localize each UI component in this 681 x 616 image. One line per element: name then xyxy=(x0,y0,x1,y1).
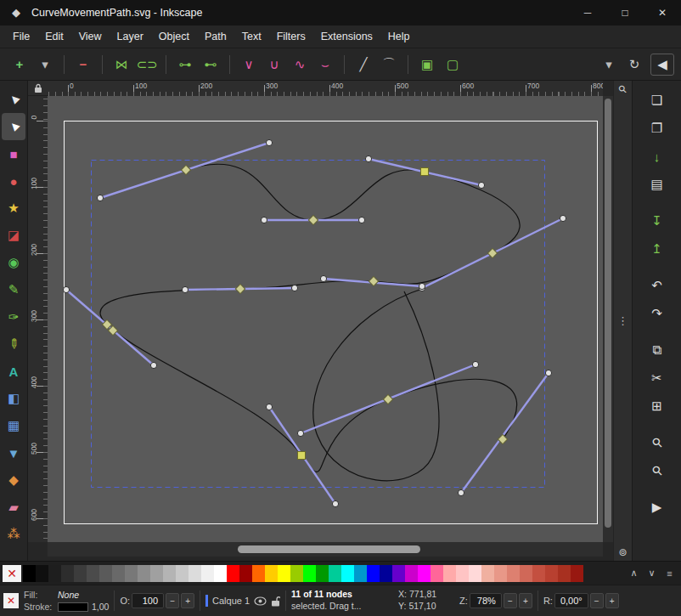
node-tool[interactable]: ► xyxy=(2,113,25,140)
undo-icon[interactable]: ↶ xyxy=(644,274,670,297)
handle-endpoint[interactable] xyxy=(365,155,371,161)
palette-swatch[interactable] xyxy=(405,565,418,582)
palette-swatch[interactable] xyxy=(252,565,265,582)
insert-node-menu-icon[interactable]: ▾ xyxy=(32,53,58,76)
handle-endpoint[interactable] xyxy=(419,283,425,289)
node-symmetric-icon[interactable]: ∿ xyxy=(287,53,312,76)
layer-indicator[interactable]: Calque 1 xyxy=(205,595,280,607)
ruler-corner[interactable] xyxy=(28,81,48,96)
handle-endpoint[interactable] xyxy=(297,430,303,436)
collapse-toolbar-icon[interactable]: ◀ xyxy=(650,54,674,76)
palette-swatch[interactable] xyxy=(507,565,520,582)
spiral-tool[interactable]: ◉ xyxy=(2,249,25,276)
menu-file[interactable]: File xyxy=(5,27,37,46)
save-document-icon[interactable]: ↓ xyxy=(644,145,670,167)
handle-endpoint[interactable] xyxy=(332,500,338,506)
palette-swatch[interactable] xyxy=(558,565,571,582)
handle-endpoint[interactable] xyxy=(63,286,69,292)
palette-swatch[interactable] xyxy=(227,565,239,582)
handle-endpoint[interactable] xyxy=(97,195,103,201)
palette-swatch[interactable] xyxy=(456,565,469,582)
palette-swatch[interactable] xyxy=(494,565,507,582)
vertical-scrollbar[interactable] xyxy=(603,96,613,542)
palette-swatch[interactable] xyxy=(74,565,87,582)
canvas[interactable] xyxy=(48,96,603,542)
open-dialogs-icon[interactable]: ▶ xyxy=(644,496,670,518)
text-tool[interactable]: A xyxy=(2,358,25,385)
stroke-to-path-icon[interactable]: ▢ xyxy=(440,53,465,76)
export-image-icon[interactable]: ↥ xyxy=(644,238,670,260)
maximize-button[interactable]: □ xyxy=(606,0,644,25)
break-nodes-icon[interactable]: ⊂⊃ xyxy=(134,53,160,76)
palette-swatch[interactable] xyxy=(278,565,290,582)
palette-swatch[interactable] xyxy=(481,565,494,582)
object-to-path-icon[interactable]: ▣ xyxy=(414,53,440,76)
handle-endpoint[interactable] xyxy=(150,362,156,368)
menu-filters[interactable]: Filters xyxy=(269,27,313,46)
horizontal-scrollbar-thumb[interactable] xyxy=(238,545,420,553)
panel-grip-icon[interactable]: ⋮ xyxy=(617,314,628,327)
palette-swatch[interactable] xyxy=(431,565,443,582)
delete-node-icon[interactable]: − xyxy=(70,53,96,76)
palette-swatch[interactable] xyxy=(112,565,125,582)
palette-swatch[interactable] xyxy=(99,565,112,582)
palette-swatch[interactable] xyxy=(163,565,176,582)
opacity-input[interactable]: 100 xyxy=(132,593,164,608)
dropper-tool[interactable]: ▼ xyxy=(2,439,25,466)
handle-endpoint[interactable] xyxy=(358,217,364,223)
palette-swatch[interactable] xyxy=(532,565,545,582)
palette-swatch[interactable] xyxy=(316,565,329,582)
palette-swatch[interactable] xyxy=(189,565,201,582)
menu-help[interactable]: Help xyxy=(380,27,418,46)
horizontal-ruler[interactable]: 0100200300400500600700800 xyxy=(48,81,603,96)
handle-endpoint[interactable] xyxy=(266,139,272,145)
palette-swatch[interactable] xyxy=(443,565,456,582)
handle-endpoint[interactable] xyxy=(545,370,551,376)
menu-path[interactable]: Path xyxy=(197,27,234,46)
paste-icon[interactable]: ⊞ xyxy=(644,395,670,417)
selector-tool[interactable]: ► xyxy=(2,86,25,113)
eraser-tool[interactable]: ▰ xyxy=(2,494,25,521)
palette-swatch[interactable] xyxy=(176,565,189,582)
palette-swatch[interactable] xyxy=(239,565,252,582)
zoom-corner-icon[interactable]: ⚲ xyxy=(614,81,631,98)
pencil-tool[interactable]: ✎ xyxy=(2,276,25,303)
rectangle-tool[interactable]: ■ xyxy=(2,140,25,167)
redo-icon[interactable]: ↷ xyxy=(644,302,670,325)
palette-swatch[interactable] xyxy=(138,565,150,582)
zoom-input[interactable]: 78% xyxy=(470,593,502,608)
insert-node-icon[interactable]: + xyxy=(7,53,32,76)
palette-swatch[interactable] xyxy=(380,565,392,582)
horizontal-scrollbar[interactable] xyxy=(48,542,603,557)
fill-none-swatch[interactable]: ✕ xyxy=(3,593,19,608)
palette-scroll-down-icon[interactable]: ∨ xyxy=(643,565,661,582)
stroke-color-swatch[interactable] xyxy=(58,602,88,612)
delete-segment-icon[interactable]: ⊷ xyxy=(198,53,223,76)
bucket-tool[interactable]: ◆ xyxy=(2,466,25,494)
rotation-minus-button[interactable]: − xyxy=(590,593,604,608)
fill-value[interactable]: None xyxy=(58,590,79,600)
palette-scroll-up-icon[interactable]: ∧ xyxy=(625,565,643,582)
layer-unlock-icon[interactable] xyxy=(271,596,280,607)
vertical-scrollbar-thumb[interactable] xyxy=(605,99,611,528)
palette-swatch[interactable] xyxy=(354,565,367,582)
palette-swatch[interactable] xyxy=(341,565,354,582)
palette-swatch[interactable] xyxy=(418,565,431,582)
color-managed-icon[interactable]: ⊚ xyxy=(618,544,627,561)
drawing-svg[interactable] xyxy=(48,96,603,542)
join-nodes-icon[interactable]: ⋈ xyxy=(109,53,134,76)
path-node-square[interactable] xyxy=(298,452,306,460)
node-smooth-icon[interactable]: ∪ xyxy=(262,53,287,76)
coords-menu-icon[interactable]: ▾ xyxy=(596,53,622,76)
print-document-icon[interactable]: ▤ xyxy=(644,173,670,195)
menu-layer[interactable]: Layer xyxy=(110,27,151,46)
zoom-plus-button[interactable]: + xyxy=(519,593,532,608)
gradient-tool[interactable]: ◧ xyxy=(2,385,25,412)
minimize-button[interactable]: ─ xyxy=(569,0,606,25)
palette-swatch[interactable] xyxy=(545,565,558,582)
show-handles-icon[interactable]: ↻ xyxy=(622,53,647,76)
palette-swatch[interactable] xyxy=(150,565,163,582)
palette-swatch[interactable] xyxy=(469,565,481,582)
menu-text[interactable]: Text xyxy=(234,27,269,46)
stroke-width-value[interactable]: 1,00 xyxy=(92,602,109,612)
